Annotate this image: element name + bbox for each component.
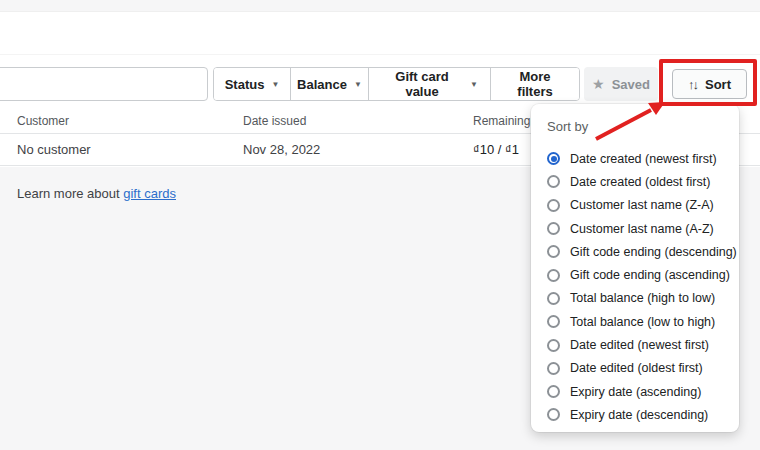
sort-option-label: Total balance (low to high) bbox=[570, 315, 715, 329]
sort-option[interactable]: Date edited (oldest first) bbox=[547, 357, 731, 380]
radio-icon[interactable] bbox=[547, 339, 560, 352]
gift-cards-link[interactable]: gift cards bbox=[123, 186, 176, 201]
more-filters-label: More filters bbox=[503, 69, 567, 99]
gift-card-value-filter-label: Gift card value bbox=[381, 69, 463, 99]
sort-option[interactable]: Gift code ending (descending) bbox=[547, 240, 731, 263]
sort-option-label: Total balance (high to low) bbox=[570, 291, 715, 305]
sort-option[interactable]: Expiry date (descending) bbox=[547, 403, 731, 426]
sort-button[interactable]: ↑↓ Sort bbox=[672, 69, 747, 99]
sort-option[interactable]: Customer last name (Z-A) bbox=[547, 194, 731, 217]
radio-icon[interactable] bbox=[547, 292, 560, 305]
radio-icon[interactable] bbox=[547, 362, 560, 375]
radio-icon[interactable] bbox=[547, 315, 560, 328]
learn-more-text: Learn more about gift cards bbox=[17, 186, 176, 201]
filter-button-group: Status ▼ Balance ▼ Gift card value ▼ Mor… bbox=[213, 67, 580, 101]
radio-icon[interactable] bbox=[547, 245, 560, 258]
chevron-down-icon: ▼ bbox=[354, 80, 362, 89]
sort-option-label: Gift code ending (ascending) bbox=[570, 268, 730, 282]
sort-arrows-icon: ↑↓ bbox=[688, 77, 697, 92]
sort-option-label: Date created (newest first) bbox=[570, 152, 717, 166]
chevron-down-icon: ▼ bbox=[271, 80, 279, 89]
status-filter-label: Status bbox=[225, 77, 265, 92]
radio-icon[interactable] bbox=[547, 175, 560, 188]
radio-icon[interactable] bbox=[547, 199, 560, 212]
radio-icon[interactable] bbox=[547, 408, 560, 421]
table-cell: No customer bbox=[17, 142, 243, 157]
sort-option-label: Gift code ending (descending) bbox=[570, 245, 737, 259]
sort-option-label: Expiry date (descending) bbox=[570, 408, 708, 422]
sort-popover: Sort by Date created (newest first)Date … bbox=[531, 104, 739, 432]
chevron-down-icon: ▼ bbox=[470, 80, 478, 89]
column-header: Customer bbox=[17, 114, 243, 128]
balance-filter-button[interactable]: Balance ▼ bbox=[291, 68, 369, 100]
balance-filter-label: Balance bbox=[297, 77, 347, 92]
sort-button-label: Sort bbox=[705, 77, 731, 92]
more-filters-button[interactable]: More filters bbox=[491, 68, 579, 100]
sort-option-label: Date edited (oldest first) bbox=[570, 361, 703, 375]
gift-card-value-filter-button[interactable]: Gift card value ▼ bbox=[369, 68, 491, 100]
status-filter-button[interactable]: Status ▼ bbox=[214, 68, 291, 100]
top-bar-strip bbox=[0, 0, 760, 12]
search-input[interactable] bbox=[0, 68, 207, 100]
radio-icon[interactable] bbox=[547, 152, 560, 165]
sort-option[interactable]: Total balance (low to high) bbox=[547, 310, 731, 333]
sort-option[interactable]: Customer last name (A-Z) bbox=[547, 217, 731, 240]
saved-button-label: Saved bbox=[612, 77, 650, 92]
sort-options-list: Date created (newest first)Date created … bbox=[531, 138, 739, 435]
radio-icon[interactable] bbox=[547, 222, 560, 235]
sort-popover-title: Sort by bbox=[531, 104, 739, 138]
sort-option[interactable]: Date created (newest first) bbox=[547, 147, 731, 170]
sort-option-label: Date created (oldest first) bbox=[570, 175, 710, 189]
sort-option-label: Customer last name (Z-A) bbox=[570, 198, 714, 212]
sort-option[interactable]: Gift code ending (ascending) bbox=[547, 263, 731, 286]
sort-option[interactable]: Date edited (newest first) bbox=[547, 333, 731, 356]
sort-option[interactable]: Total balance (high to low) bbox=[547, 287, 731, 310]
radio-icon[interactable] bbox=[547, 385, 560, 398]
learn-more-prefix: Learn more about bbox=[17, 186, 123, 201]
radio-icon[interactable] bbox=[547, 269, 560, 282]
column-header: Date issued bbox=[243, 114, 473, 128]
sort-option[interactable]: Expiry date (ascending) bbox=[547, 380, 731, 403]
sort-option-label: Customer last name (A-Z) bbox=[570, 222, 714, 236]
star-icon: ★ bbox=[592, 77, 605, 91]
card-top-divider bbox=[0, 54, 760, 55]
saved-button[interactable]: ★ Saved bbox=[584, 67, 658, 101]
sort-option-label: Expiry date (ascending) bbox=[570, 385, 701, 399]
sort-option[interactable]: Date created (oldest first) bbox=[547, 170, 731, 193]
sort-option-label: Date edited (newest first) bbox=[570, 338, 709, 352]
table-cell: Nov 28, 2022 bbox=[243, 142, 473, 157]
search-input-wrapper bbox=[0, 67, 208, 101]
